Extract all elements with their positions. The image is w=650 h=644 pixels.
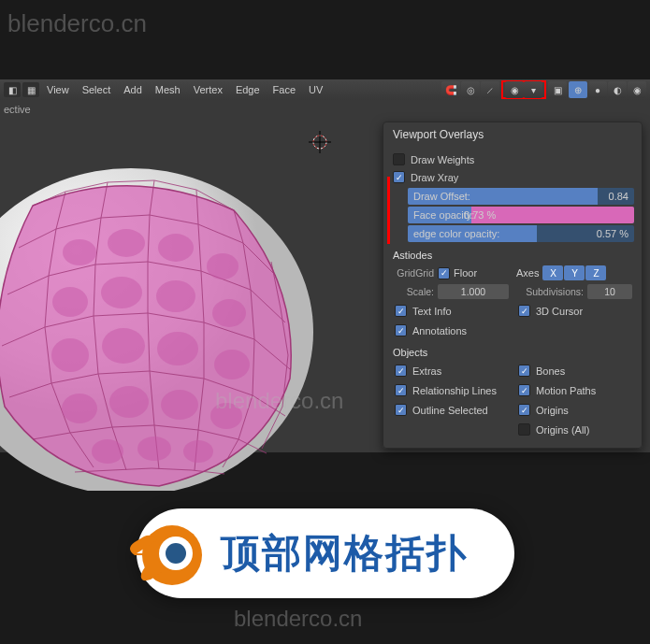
draw-weights-checkbox[interactable] [393, 153, 405, 165]
3d-cursor-checkbox[interactable]: ✓ [518, 305, 530, 317]
rel-lines-checkbox[interactable]: ✓ [395, 384, 407, 396]
svg-point-9 [52, 287, 88, 317]
perspective-label: ective [4, 104, 31, 115]
annotations-checkbox[interactable]: ✓ [395, 324, 407, 336]
axis-x-button[interactable]: X [542, 265, 563, 280]
extras-checkbox[interactable]: ✓ [395, 365, 407, 377]
menu-view[interactable]: View [41, 84, 75, 95]
svg-point-15 [157, 332, 198, 365]
svg-point-26 [166, 543, 186, 564]
guides-section-label: Astiodes [391, 244, 634, 263]
viewport-toolbar: ◧ ▦ View Select Add Mesh Vertex Edge Fac… [0, 79, 650, 100]
axis-z-button[interactable]: Z [585, 265, 606, 280]
banner-pill: 顶部网格括扑 [137, 508, 514, 598]
menu-mesh[interactable]: Mesh [150, 84, 186, 95]
menu-add[interactable]: Add [118, 84, 148, 95]
svg-point-11 [156, 280, 195, 312]
draw-weights-label: Draw Weights [411, 154, 474, 165]
face-opacity-label: Face opacity: [408, 209, 634, 221]
bones-checkbox[interactable]: ✓ [518, 365, 530, 377]
draw-offset-slider[interactable]: Draw Offset: 0.84 [408, 188, 634, 205]
promo-banner: 顶部网格括扑 [0, 463, 650, 644]
menu-edge[interactable]: Edge [230, 84, 266, 95]
objects-section-label: Objects [391, 341, 634, 360]
svg-point-12 [212, 299, 246, 327]
svg-point-5 [63, 239, 96, 265]
text-info-checkbox[interactable]: ✓ [395, 305, 407, 317]
rel-lines-label: Relationship Lines [412, 385, 497, 396]
origins-all-checkbox[interactable] [518, 423, 530, 436]
viewport-3d[interactable]: ◧ ▦ View Select Add Mesh Vertex Edge Fac… [0, 79, 650, 452]
svg-point-21 [92, 439, 123, 464]
xray-icon[interactable]: ▣ [548, 81, 567, 98]
origins-label: Origins [536, 405, 569, 416]
rendered-shading-icon[interactable]: ◉ [628, 81, 646, 98]
overlays-dropdown-icon[interactable]: ▾ [524, 81, 542, 98]
svg-point-16 [214, 350, 250, 379]
falloff-icon[interactable]: ⟋ [481, 81, 499, 98]
highlighted-overlays-button: ◉ ▾ [501, 80, 546, 99]
mesh-sphere[interactable] [0, 136, 355, 491]
floor-label: Floor [454, 267, 477, 279]
grid-label: GridGrid [393, 267, 434, 279]
motion-paths-label: Motion Paths [536, 385, 596, 396]
menu-face[interactable]: Face [267, 84, 301, 95]
svg-point-23 [183, 440, 213, 463]
banner-title: 顶部网格括扑 [221, 527, 468, 580]
menu-vertex[interactable]: Vertex [188, 84, 228, 95]
lookdev-shading-icon[interactable]: ◐ [608, 81, 627, 98]
svg-point-22 [137, 436, 171, 461]
edge-opacity-value: 0.57 % [597, 228, 634, 239]
draw-xray-checkbox[interactable]: ✓ [393, 171, 405, 183]
origins-all-label: Origins (All) [536, 424, 589, 436]
edge-opacity-slider[interactable]: edge color opacity: 0.57 % [408, 225, 634, 242]
draw-xray-label: Draw Xray [411, 172, 458, 183]
bones-label: Bones [536, 365, 565, 377]
draw-offset-value: 0.84 [609, 191, 634, 202]
scale-label: Scale: [393, 286, 434, 297]
scale-field[interactable]: 1.000 [438, 284, 509, 299]
viewport-overlays-panel: Viewport Overlays Draw Weights ✓ Draw Xr… [383, 122, 643, 449]
magnet-icon[interactable]: 🧲 [441, 81, 460, 98]
watermark-top: blenderco.cn [7, 9, 147, 38]
axis-y-button[interactable]: Y [564, 265, 585, 280]
3d-cursor-label: 3D Cursor [536, 306, 583, 317]
svg-point-18 [109, 386, 149, 418]
svg-point-7 [158, 234, 194, 262]
extras-label: Extras [412, 365, 441, 377]
text-info-label: Text Info [412, 306, 452, 317]
blender-logo-icon [118, 507, 211, 600]
face-opacity-slider[interactable]: Face opacity: 0.73 % [408, 207, 634, 223]
svg-point-13 [51, 338, 89, 372]
floor-checkbox[interactable]: ✓ [438, 267, 450, 279]
subdiv-field[interactable]: 10 [587, 284, 632, 299]
axes-label: Axes [516, 267, 539, 279]
svg-point-6 [108, 229, 145, 257]
annotations-label: Annotations [412, 325, 467, 336]
menu-uv[interactable]: UV [303, 84, 328, 95]
wireframe-shading-icon[interactable]: ⊕ [569, 81, 587, 98]
mode-icon[interactable]: ▦ [22, 82, 39, 97]
proportional-icon[interactable]: ◎ [461, 81, 480, 98]
draw-offset-label: Draw Offset: [408, 191, 609, 202]
svg-point-19 [161, 390, 198, 420]
motion-paths-checkbox[interactable]: ✓ [518, 384, 530, 396]
panel-title: Viewport Overlays [383, 122, 642, 147]
highlight-bar [387, 177, 390, 244]
svg-point-20 [210, 403, 242, 429]
outline-sel-label: Outline Selected [412, 405, 488, 416]
shading-modes: ⊕ ● ◐ ◉ [569, 81, 646, 98]
edge-opacity-label: edge color opacity: [408, 228, 597, 239]
origins-checkbox[interactable]: ✓ [518, 404, 530, 416]
editor-type-icon[interactable]: ◧ [4, 82, 21, 97]
outline-sel-checkbox[interactable]: ✓ [395, 404, 407, 416]
svg-point-17 [62, 394, 97, 423]
solid-shading-icon[interactable]: ● [588, 81, 607, 98]
face-opacity-value: 0.73 % [464, 209, 501, 221]
overlays-toggle-icon[interactable]: ◉ [505, 81, 524, 98]
svg-point-8 [207, 253, 238, 279]
svg-point-14 [102, 328, 145, 364]
svg-point-10 [101, 277, 142, 308]
menu-select[interactable]: Select [77, 84, 117, 95]
subdiv-label: Subdivisions: [516, 286, 584, 297]
